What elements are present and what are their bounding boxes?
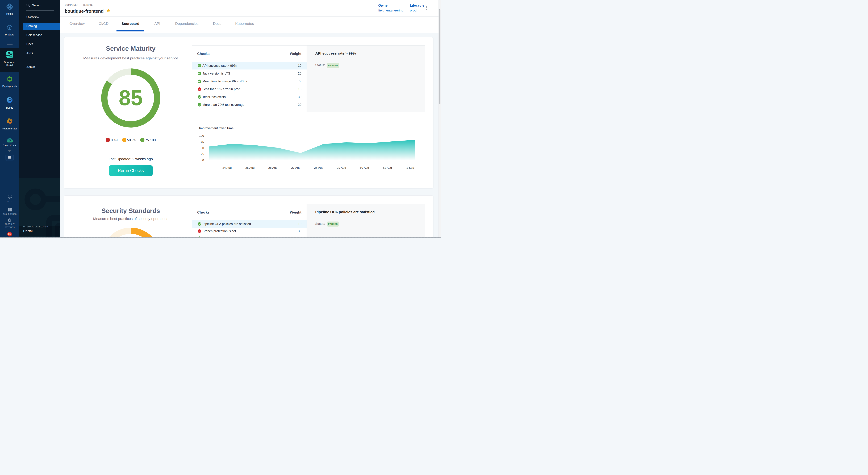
svg-text:?: ?: [9, 196, 10, 198]
